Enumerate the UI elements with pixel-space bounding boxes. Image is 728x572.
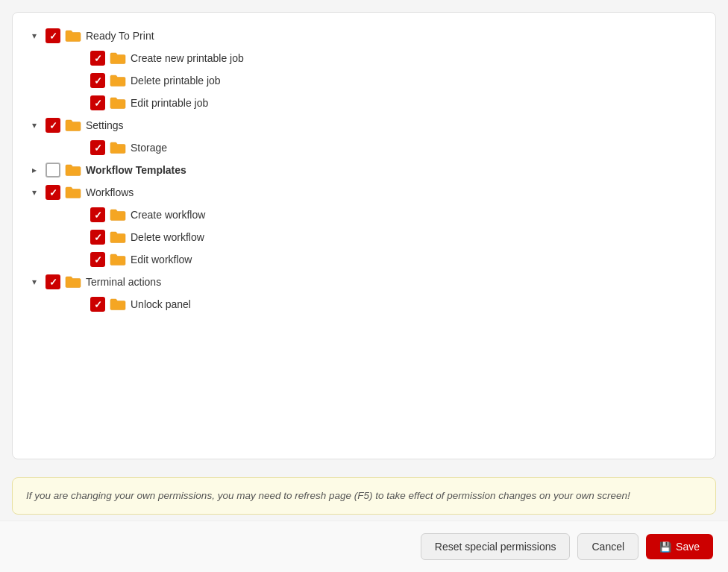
folder-icon-workflows xyxy=(65,186,81,199)
folder-icon-workflow-templates xyxy=(65,163,81,177)
tree-item-create-workflow: Create workflow xyxy=(28,204,700,226)
tree-item-unlock-panel: Unlock panel xyxy=(28,293,700,315)
tree-item-edit-printable-job: Edit printable job xyxy=(28,92,700,114)
tree-item-settings: ▾ Settings xyxy=(28,114,700,136)
warning-banner: If you are changing your own permissions… xyxy=(12,477,716,515)
checkbox-settings[interactable] xyxy=(46,118,60,133)
folder-icon-create-printable-job xyxy=(110,51,126,65)
folder-icon-unlock-panel xyxy=(110,298,126,311)
checkbox-workflow-templates[interactable] xyxy=(46,163,60,177)
chevron-icon-terminal-actions[interactable]: ▾ xyxy=(28,275,41,289)
chevron-icon-settings[interactable]: ▾ xyxy=(28,119,41,132)
tree-item-delete-printable-job: Delete printable job xyxy=(28,69,700,92)
permissions-tree-container: ▾ Ready To Print Create new printable jo… xyxy=(12,12,716,459)
folder-icon-ready-to-print xyxy=(65,29,81,43)
chevron-icon-workflows[interactable]: ▾ xyxy=(28,186,41,199)
warning-text: If you are changing your own permissions… xyxy=(26,488,702,503)
tree-item-label-workflows: Workflows xyxy=(86,186,134,198)
tree-item-label-delete-workflow: Delete workflow xyxy=(131,231,204,243)
tree-item-ready-to-print: ▾ Ready To Print xyxy=(28,25,700,47)
folder-icon-terminal-actions xyxy=(65,275,81,289)
tree-item-storage: Storage xyxy=(28,136,700,159)
checkbox-edit-printable-job[interactable] xyxy=(90,95,105,110)
tree-item-delete-workflow: Delete workflow xyxy=(28,226,700,248)
tree-item-label-settings: Settings xyxy=(86,119,124,131)
reset-permissions-button[interactable]: Reset special permissions xyxy=(421,533,571,560)
checkbox-storage[interactable] xyxy=(90,140,105,155)
folder-icon-edit-workflow xyxy=(110,253,126,266)
tree-root: ▾ Ready To Print Create new printable jo… xyxy=(28,25,700,315)
checkbox-delete-workflow[interactable] xyxy=(90,230,105,245)
tree-item-terminal-actions: ▾ Terminal actions xyxy=(28,271,700,293)
tree-item-edit-workflow: Edit workflow xyxy=(28,248,700,271)
chevron-icon-workflow-templates[interactable]: ▸ xyxy=(28,163,41,177)
folder-icon-create-workflow xyxy=(110,208,126,221)
tree-item-label-delete-printable-job: Delete printable job xyxy=(131,75,221,87)
tree-item-label-ready-to-print: Ready To Print xyxy=(86,30,154,42)
checkbox-unlock-panel[interactable] xyxy=(90,297,105,312)
checkbox-create-workflow[interactable] xyxy=(90,207,105,222)
folder-icon-delete-printable-job xyxy=(110,74,126,87)
tree-item-label-unlock-panel: Unlock panel xyxy=(131,298,191,310)
tree-item-label-workflow-templates: Workflow Templates xyxy=(86,164,186,176)
folder-icon-storage xyxy=(110,141,126,154)
tree-item-workflows: ▾ Workflows xyxy=(28,181,700,204)
tree-item-label-edit-printable-job: Edit printable job xyxy=(131,97,208,109)
tree-item-label-terminal-actions: Terminal actions xyxy=(86,276,161,288)
save-button[interactable]: 💾 Save xyxy=(646,534,713,559)
checkbox-delete-printable-job[interactable] xyxy=(90,73,105,88)
tree-item-label-create-printable-job: Create new printable job xyxy=(131,52,244,64)
tree-item-workflow-templates: ▸ Workflow Templates xyxy=(28,159,700,181)
tree-item-label-create-workflow: Create workflow xyxy=(131,209,205,221)
tree-item-label-edit-workflow: Edit workflow xyxy=(131,254,192,265)
tree-item-create-printable-job: Create new printable job xyxy=(28,47,700,69)
checkbox-workflows[interactable] xyxy=(46,185,60,200)
cancel-button[interactable]: Cancel xyxy=(577,533,638,560)
folder-icon-settings xyxy=(65,119,81,132)
save-label: Save xyxy=(676,541,700,553)
footer: Reset special permissions Cancel 💾 Save xyxy=(0,521,728,572)
folder-icon-edit-printable-job xyxy=(110,96,126,110)
checkbox-create-printable-job[interactable] xyxy=(90,51,105,66)
checkbox-ready-to-print[interactable] xyxy=(46,28,60,43)
tree-item-label-storage: Storage xyxy=(131,142,167,154)
checkbox-terminal-actions[interactable] xyxy=(46,274,60,289)
folder-icon-delete-workflow xyxy=(110,230,126,244)
save-icon: 💾 xyxy=(659,541,671,553)
chevron-icon-ready-to-print[interactable]: ▾ xyxy=(28,29,41,43)
checkbox-edit-workflow[interactable] xyxy=(90,252,105,267)
